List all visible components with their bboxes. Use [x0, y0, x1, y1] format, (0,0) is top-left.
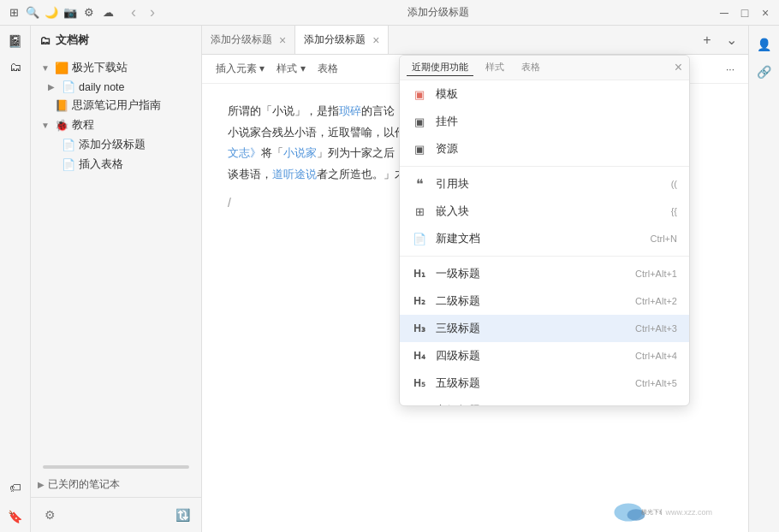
- expand-arrow-icon: ▼: [41, 121, 51, 130]
- sidebar-item-label: 教程: [72, 118, 94, 133]
- menu-item-h3[interactable]: H₃ 三级标题 Ctrl+Alt+3: [400, 315, 689, 342]
- cloud-icon[interactable]: ☁: [101, 6, 115, 20]
- tab-close-button[interactable]: ×: [279, 33, 286, 47]
- outline-icon[interactable]: 👤: [752, 33, 776, 56]
- guide-icon: 📙: [55, 99, 68, 112]
- minimize-button[interactable]: ─: [717, 6, 731, 20]
- menu-item-h4[interactable]: H₄ 四级标题 Ctrl+Alt+4: [400, 342, 689, 369]
- h5-icon: H₅: [412, 375, 427, 391]
- menu-item-label: 挂件: [436, 114, 677, 129]
- scrollbar[interactable]: [43, 465, 189, 469]
- tab-label: 添加分级标题: [304, 33, 366, 47]
- menu-tab-table[interactable]: 表格: [516, 59, 545, 76]
- closed-notebooks-label: 已关闭的笔记本: [48, 477, 120, 492]
- menu-item-label: 引用块: [436, 176, 663, 192]
- settings-icon[interactable]: ⚙: [38, 503, 62, 527]
- tab-2[interactable]: 添加分级标题 ×: [295, 26, 389, 54]
- menu-header-tabs: 近期使用功能 样式 表格: [407, 59, 545, 76]
- backlinks-icon[interactable]: 🔗: [752, 60, 776, 84]
- h2-icon: H₂: [412, 293, 427, 309]
- sidebar-item-label: daily note: [79, 81, 125, 93]
- add-tab-button[interactable]: +: [697, 30, 717, 50]
- menu-item-template[interactable]: ▣ 模板: [400, 80, 689, 108]
- menu-item-label: 五级标题: [436, 375, 627, 391]
- menu-close-button[interactable]: ×: [675, 60, 682, 75]
- menu-item-h5[interactable]: H₅ 五级标题 Ctrl+Alt+5: [400, 369, 689, 397]
- sidebar-item-tutorial[interactable]: ▼ 🐞 教程: [31, 115, 201, 135]
- file-tree-icon[interactable]: 🗂: [3, 55, 27, 79]
- left-toolbar: 📓 🗂 🏷 🔖: [0, 26, 31, 532]
- menu-item-h1[interactable]: H₁ 一级标题 Ctrl+Alt+1: [400, 260, 689, 287]
- doc-icon: 📄: [62, 158, 75, 171]
- menu-overlay: 近期使用功能 样式 表格 × ▣ 模板 ▣ 挂件: [202, 55, 748, 532]
- nav-back-icon[interactable]: ‹: [127, 6, 140, 20]
- maximize-button[interactable]: □: [738, 6, 752, 20]
- menu-item-quote[interactable]: ❝ 引用块 ((: [400, 170, 689, 198]
- content-area: 添加分级标题 × 添加分级标题 × + ⌄ 插入元素 ▾ 样式 ▾ 表格 ···…: [202, 26, 748, 532]
- moon-icon[interactable]: 🌙: [45, 6, 58, 20]
- quote-icon: ❝: [412, 176, 427, 192]
- menu-shortcut: Ctrl+Alt+4: [635, 351, 677, 361]
- sync-icon[interactable]: 🔃: [170, 503, 194, 527]
- tab-close-button[interactable]: ×: [372, 33, 379, 47]
- tab-bar: 添加分级标题 × 添加分级标题 × + ⌄: [202, 26, 748, 55]
- menu-header: 近期使用功能 样式 表格 ×: [400, 56, 689, 80]
- menu-tab-style[interactable]: 样式: [480, 59, 509, 76]
- expand-arrow-icon: ▶: [48, 82, 58, 92]
- menu-item-label: 四级标题: [436, 348, 627, 364]
- sidebar-item-insert-table[interactable]: 📄 插入表格: [31, 155, 201, 174]
- menu-item-resource[interactable]: ▣ 资源: [400, 135, 689, 163]
- sidebar-item-label: 插入表格: [79, 157, 123, 172]
- menu-divider: [400, 166, 689, 167]
- menu-shortcut: Ctrl+N: [651, 233, 677, 244]
- menu-shortcut: Ctrl+Alt+5: [635, 378, 677, 388]
- sidebar-header-icon: 🗂: [39, 34, 51, 47]
- menu-divider: [400, 256, 689, 257]
- menu-item-label: 模板: [436, 86, 677, 102]
- notebook-icon[interactable]: 📓: [3, 29, 27, 53]
- new-doc-icon: 📄: [412, 231, 427, 246]
- close-button[interactable]: ×: [758, 6, 772, 20]
- h3-icon: H₃: [412, 321, 427, 336]
- h4-icon: H₄: [412, 348, 427, 364]
- daily-note-icon: 📄: [62, 80, 75, 93]
- tab-1[interactable]: 添加分级标题 ×: [202, 26, 295, 54]
- menu-item-label: 三级标题: [436, 321, 627, 336]
- sidebar-item-add-heading[interactable]: 📄 添加分级标题: [31, 135, 201, 155]
- menu-shortcut: Ctrl+Alt+2: [635, 296, 677, 306]
- titlebar: ⊞ 🔍 🌙 📷 ⚙ ☁ ‹ › 添加分级标题 ─ □ ×: [0, 0, 779, 26]
- titlebar-left: ⊞ 🔍 🌙 📷 ⚙ ☁ ‹ ›: [7, 6, 159, 20]
- menu-item-h2[interactable]: H₂ 二级标题 Ctrl+Alt+2: [400, 287, 689, 315]
- menu-item-h6[interactable]: H₆ 六级标题 Ctrl+Alt+6: [400, 397, 689, 405]
- closed-notebooks-section[interactable]: ▶ 已关闭的笔记本: [31, 472, 201, 497]
- expand-arrow-icon: ▶: [38, 480, 45, 489]
- grid-icon[interactable]: ⊞: [7, 6, 21, 20]
- bookmark-icon[interactable]: 🔖: [3, 505, 27, 529]
- tag-icon[interactable]: 🏷: [3, 476, 27, 499]
- menu-item-embed[interactable]: ⊞ 嵌入块 {{: [400, 198, 689, 225]
- menu-tab-recent[interactable]: 近期使用功能: [407, 59, 473, 76]
- sidebar-item-siyuan-guide[interactable]: 📙 思源笔记用户指南: [31, 96, 201, 115]
- camera-icon[interactable]: 📷: [63, 6, 77, 20]
- menu-item-new-doc[interactable]: 📄 新建文档 Ctrl+N: [400, 225, 689, 252]
- menu-item-label: 二级标题: [436, 293, 627, 309]
- nav-fwd-icon[interactable]: ›: [146, 6, 159, 20]
- search-icon[interactable]: 🔍: [26, 6, 39, 20]
- menu-item-label: 六级标题: [436, 403, 627, 405]
- sidebar-title: 文档树: [56, 33, 89, 48]
- tab-menu-button[interactable]: ⌄: [721, 30, 741, 50]
- sidebar-item-daily-note[interactable]: ▶ 📄 daily note: [31, 78, 201, 96]
- menu-item-label: 新建文档: [436, 231, 642, 246]
- notebook1-icon: 🟧: [55, 62, 68, 74]
- sidebar-header: 🗂 文档树: [31, 26, 201, 55]
- sidebar-item-notebook1[interactable]: ▼ 🟧 极光下载站: [31, 58, 201, 78]
- expand-arrow-icon: ▼: [41, 63, 51, 73]
- window-title: 添加分级标题: [407, 5, 469, 20]
- resource-icon: ▣: [412, 141, 427, 157]
- h1-icon: H₁: [412, 266, 427, 281]
- menu-scroll-area[interactable]: ▣ 模板 ▣ 挂件 ▣ 资源 ❝ 引用块 ((: [400, 80, 689, 405]
- menu-item-label: 资源: [436, 141, 677, 157]
- gear-icon[interactable]: ⚙: [82, 6, 96, 20]
- h6-icon: H₆: [412, 403, 427, 405]
- menu-item-plugin[interactable]: ▣ 挂件: [400, 108, 689, 135]
